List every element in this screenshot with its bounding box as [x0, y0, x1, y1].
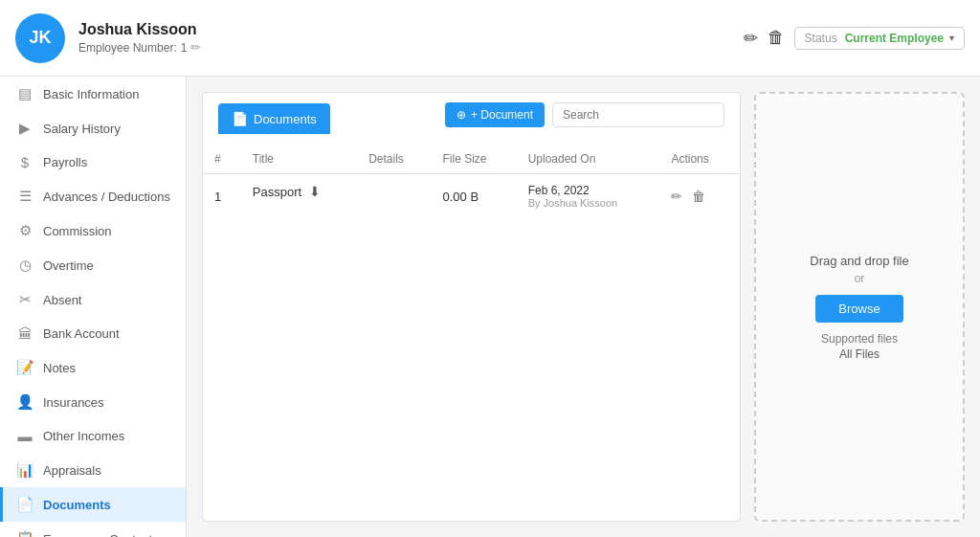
- col-title: Title: [241, 145, 357, 174]
- sidebar-item-label: Insurances: [43, 395, 104, 410]
- dollar-icon: $: [16, 154, 33, 170]
- bank-icon: 🏛: [16, 325, 33, 342]
- documents-table: # Title Details File Size Uploaded On Ac…: [203, 145, 740, 218]
- employee-name: Joshua Kissoon: [78, 21, 744, 38]
- browse-button[interactable]: Browse: [815, 295, 902, 323]
- upload-panel: Drag and drop file or Browse Supported f…: [754, 92, 965, 522]
- sidebar-item-salary-history[interactable]: ▶ Salary History: [0, 111, 186, 145]
- sidebar-item-documents[interactable]: 📄 Documents: [0, 487, 186, 522]
- sidebar-item-commission[interactable]: ⚙ Commission: [0, 213, 186, 248]
- employee-number-row: Employee Number: 1 ✏: [78, 40, 744, 55]
- plus-icon: ⊕: [457, 108, 466, 122]
- sidebar: ▤ Basic Information ▶ Salary History $ P…: [0, 77, 187, 537]
- sidebar-item-insurances[interactable]: 👤 Insurances: [0, 385, 186, 419]
- sidebar-item-label: Other Incomes: [43, 429, 124, 443]
- edit-row-icon[interactable]: ✏: [671, 189, 682, 204]
- col-number: #: [203, 145, 241, 174]
- supported-files-value: All Files: [839, 347, 880, 361]
- sidebar-item-absent[interactable]: ✂ Absent: [0, 282, 186, 317]
- cell-actions: ✏ 🗑: [659, 174, 740, 219]
- sidebar-item-label: Notes: [43, 361, 76, 375]
- notes-icon: 📝: [16, 359, 33, 376]
- col-details: Details: [357, 145, 431, 174]
- document-icon: 📄: [16, 496, 33, 513]
- sidebar-item-label: Salary History: [43, 122, 121, 136]
- header: JK Joshua Kissoon Employee Number: 1 ✏ ✏…: [0, 0, 980, 77]
- cell-uploaded-on: Feb 6, 2022 By Joshua Kissoon: [517, 174, 660, 219]
- cell-filesize: 0.00 B: [431, 174, 516, 219]
- delete-row-icon[interactable]: 🗑: [692, 189, 705, 204]
- delete-button[interactable]: 🗑: [768, 28, 785, 48]
- col-uploaded-on: Uploaded On: [517, 145, 660, 174]
- sidebar-item-other-incomes[interactable]: ▬ Other Incomes: [0, 419, 186, 453]
- commission-icon: ⚙: [16, 222, 33, 239]
- drag-drop-text: Drag and drop file: [810, 254, 908, 268]
- appraisals-icon: 📊: [16, 461, 33, 479]
- status-badge[interactable]: Status Current Employee ▾: [794, 27, 965, 50]
- sidebar-item-label: Bank Account: [43, 326, 120, 341]
- status-value: Current Employee: [845, 32, 944, 45]
- sidebar-item-label: Commission: [43, 224, 112, 238]
- employee-label: Employee Number:: [78, 41, 177, 55]
- main-content: 📄 Documents ⊕ + Document # Title Details…: [187, 77, 980, 537]
- sidebar-item-bank-account[interactable]: 🏛 Bank Account: [0, 317, 186, 350]
- layout: ▤ Basic Information ▶ Salary History $ P…: [0, 77, 980, 537]
- cell-title: Passport ⬇: [241, 174, 357, 209]
- chevron-down-icon: ▾: [949, 33, 954, 43]
- download-icon[interactable]: ⬇: [309, 184, 321, 199]
- emergency-icon: 📋: [16, 530, 33, 537]
- header-actions: ✏ 🗑 Status Current Employee ▾: [744, 27, 965, 50]
- col-actions: Actions: [659, 145, 740, 174]
- employee-number: 1: [181, 41, 188, 55]
- documents-tab[interactable]: 📄 Documents: [218, 103, 330, 134]
- sidebar-item-label: Overtime: [43, 258, 94, 273]
- sidebar-item-label: Basic Information: [43, 87, 139, 101]
- sidebar-item-emergency-contacts[interactable]: 📋 Emergency Contacts: [0, 522, 186, 537]
- cell-number: 1: [203, 174, 241, 219]
- avatar: JK: [15, 13, 65, 63]
- documents-panel: 📄 Documents ⊕ + Document # Title Details…: [202, 92, 741, 522]
- search-input[interactable]: [552, 102, 724, 127]
- list-icon: ☰: [16, 188, 33, 205]
- history-icon: ▶: [16, 120, 33, 137]
- supported-label: Supported files: [821, 332, 898, 346]
- sidebar-item-notes[interactable]: 📝 Notes: [0, 350, 186, 385]
- cell-details: [357, 174, 431, 219]
- sidebar-item-basic-information[interactable]: ▤ Basic Information: [0, 77, 186, 111]
- upload-or-text: or: [855, 272, 865, 285]
- tab-document-icon: 📄: [232, 111, 248, 126]
- sidebar-item-label: Emergency Contacts: [43, 532, 159, 538]
- add-document-label: + Document: [471, 108, 533, 122]
- edit-number-icon[interactable]: ✏: [190, 40, 201, 55]
- sidebar-item-label: Documents: [43, 498, 111, 512]
- sidebar-item-appraisals[interactable]: 📊 Appraisals: [0, 453, 186, 487]
- sidebar-item-label: Advances / Deductions: [43, 190, 170, 204]
- add-document-button[interactable]: ⊕ + Document: [445, 102, 545, 127]
- sidebar-item-advances-deductions[interactable]: ☰ Advances / Deductions: [0, 179, 186, 213]
- clock-icon: ◷: [16, 257, 33, 274]
- sidebar-item-label: Absent: [43, 293, 81, 307]
- absent-icon: ✂: [16, 291, 33, 308]
- col-filesize: File Size: [431, 145, 516, 174]
- sidebar-item-payrolls[interactable]: $ Payrolls: [0, 145, 186, 179]
- doc-toolbar: 📄 Documents ⊕ + Document: [203, 93, 740, 145]
- insurance-icon: 👤: [16, 393, 33, 411]
- grid-icon: ▤: [16, 85, 33, 102]
- edit-button[interactable]: ✏: [744, 28, 758, 49]
- sidebar-item-overtime[interactable]: ◷ Overtime: [0, 248, 186, 282]
- sidebar-item-label: Appraisals: [43, 463, 101, 478]
- card-icon: ▬: [16, 428, 33, 444]
- sidebar-item-label: Payrolls: [43, 155, 87, 169]
- documents-tab-label: Documents: [254, 112, 317, 126]
- status-label: Status: [805, 32, 837, 45]
- header-info: Joshua Kissoon Employee Number: 1 ✏: [78, 21, 744, 55]
- table-row: 1 Passport ⬇ 0.00 B Feb 6, 2022 By Joshu…: [203, 174, 740, 219]
